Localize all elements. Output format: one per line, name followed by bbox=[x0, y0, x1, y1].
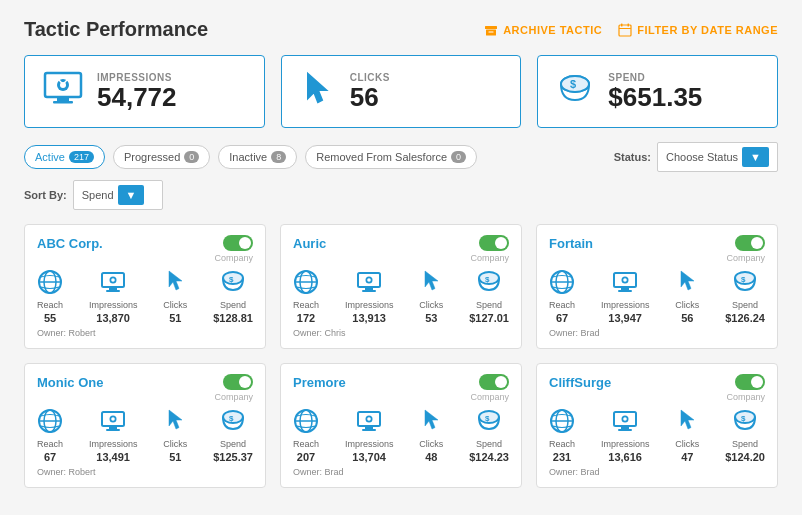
company-toggle[interactable] bbox=[735, 235, 765, 251]
header-actions: ARCHIVE TACTIC FILTER BY DATE RANGE bbox=[484, 23, 778, 37]
archive-label: ARCHIVE TACTIC bbox=[503, 24, 602, 36]
company-type: Company bbox=[549, 253, 765, 263]
clicks-metric: Clicks 53 bbox=[419, 269, 443, 324]
archive-icon bbox=[484, 23, 498, 37]
sortby-dropdown-btn[interactable]: ▼ bbox=[118, 185, 145, 205]
reach-metric: Reach 55 bbox=[37, 269, 63, 324]
company-toggle[interactable] bbox=[479, 235, 509, 251]
reach-value: 55 bbox=[44, 312, 56, 324]
svg-rect-70 bbox=[618, 429, 632, 431]
company-name[interactable]: CliffSurge bbox=[549, 375, 611, 390]
sortby-select[interactable]: Spend ▼ bbox=[73, 180, 163, 210]
svg-rect-0 bbox=[485, 26, 497, 29]
company-name[interactable]: ABC Corp. bbox=[37, 236, 103, 251]
svg-text:$: $ bbox=[570, 78, 576, 90]
page-title: Tactic Performance bbox=[24, 18, 208, 41]
company-metrics-row: Reach 55 Impressions 13,870 bbox=[37, 269, 253, 324]
reach-value: 67 bbox=[44, 451, 56, 463]
clicks-label: Clicks bbox=[675, 300, 699, 310]
spend-value: $651.35 bbox=[608, 83, 702, 112]
reach-icon bbox=[293, 408, 319, 437]
company-toggle[interactable] bbox=[223, 235, 253, 251]
company-card-header: Fortain bbox=[549, 235, 765, 251]
svg-text:$: $ bbox=[229, 414, 234, 423]
svg-rect-30 bbox=[362, 290, 376, 292]
clicks-metric: Clicks 48 bbox=[419, 408, 443, 463]
impressions-value: 13,913 bbox=[352, 312, 386, 324]
company-metrics-row: Reach 207 Impressions 13,704 bbox=[293, 408, 509, 463]
svg-rect-50 bbox=[106, 429, 120, 431]
company-toggle[interactable] bbox=[479, 374, 509, 390]
reach-metric: Reach 67 bbox=[549, 269, 575, 324]
status-dropdown-btn[interactable]: ▼ bbox=[742, 147, 769, 167]
impressions-label: Impressions bbox=[89, 439, 138, 449]
reach-value: 207 bbox=[297, 451, 315, 463]
company-name[interactable]: Auric bbox=[293, 236, 326, 251]
company-name[interactable]: Fortain bbox=[549, 236, 593, 251]
filter-bar: Active 217 Progressed 0 Inactive 8 Remov… bbox=[24, 142, 778, 210]
svg-rect-59 bbox=[365, 426, 373, 429]
spend-info: SPEND $651.35 bbox=[608, 72, 702, 112]
company-card-abc-corp: ABC Corp. Company Reach 55 bbox=[24, 224, 266, 349]
impressions-icon bbox=[100, 269, 126, 298]
company-card-header: ABC Corp. bbox=[37, 235, 253, 251]
reach-label: Reach bbox=[37, 439, 63, 449]
tab-active[interactable]: Active 217 bbox=[24, 145, 105, 169]
spend-value: $124.23 bbox=[469, 451, 509, 463]
impressions-metric: Impressions 13,870 bbox=[89, 269, 138, 324]
svg-rect-39 bbox=[621, 287, 629, 290]
spend-metric: $ Spend $127.01 bbox=[469, 269, 509, 324]
reach-label: Reach bbox=[549, 300, 575, 310]
reach-icon bbox=[293, 269, 319, 298]
svg-point-22 bbox=[111, 278, 115, 282]
svg-point-52 bbox=[111, 417, 115, 421]
tab-removed[interactable]: Removed From Salesforce 0 bbox=[305, 145, 477, 169]
clicks-icon bbox=[420, 408, 442, 437]
status-filter-group: Status: Choose Status ▼ bbox=[614, 142, 778, 172]
filter-date-label: FILTER BY DATE RANGE bbox=[637, 24, 778, 36]
company-card-header: Premore bbox=[293, 374, 509, 390]
impressions-icon bbox=[100, 408, 126, 437]
page-header: Tactic Performance ARCHIVE TACTIC FILTER… bbox=[24, 18, 778, 41]
status-label: Status: bbox=[614, 151, 651, 163]
reach-metric: Reach 67 bbox=[37, 408, 63, 463]
company-name[interactable]: Monic One bbox=[37, 375, 103, 390]
clicks-icon bbox=[676, 408, 698, 437]
company-card-header: Auric bbox=[293, 235, 509, 251]
spend-value: $126.24 bbox=[725, 312, 765, 324]
filter-date-button[interactable]: FILTER BY DATE RANGE bbox=[618, 23, 778, 37]
impressions-metric: Impressions 13,913 bbox=[345, 269, 394, 324]
spend-value: $125.37 bbox=[213, 451, 253, 463]
status-select[interactable]: Choose Status ▼ bbox=[657, 142, 778, 172]
coin-icon: $ bbox=[556, 70, 594, 113]
archive-tactic-button[interactable]: ARCHIVE TACTIC bbox=[484, 23, 602, 37]
company-card-fortain: Fortain Company Reach 67 bbox=[536, 224, 778, 349]
svg-rect-6 bbox=[619, 28, 631, 29]
company-type: Company bbox=[293, 253, 509, 263]
company-card-header: CliffSurge bbox=[549, 374, 765, 390]
owner-text: Owner: Brad bbox=[549, 328, 765, 338]
reach-value: 67 bbox=[556, 312, 568, 324]
impressions-label: Impressions bbox=[345, 439, 394, 449]
impressions-info: IMPRESSIONS 54,772 bbox=[97, 72, 177, 112]
svg-text:$: $ bbox=[741, 414, 746, 423]
owner-text: Owner: Brad bbox=[549, 467, 765, 477]
clicks-icon bbox=[420, 269, 442, 298]
sortby-label: Sort By: bbox=[24, 189, 67, 201]
spend-icon: $ bbox=[476, 269, 502, 298]
svg-rect-9 bbox=[53, 101, 73, 104]
svg-point-42 bbox=[623, 278, 627, 282]
spend-icon: $ bbox=[732, 408, 758, 437]
reach-label: Reach bbox=[293, 439, 319, 449]
company-type: Company bbox=[549, 392, 765, 402]
tab-progressed[interactable]: Progressed 0 bbox=[113, 145, 210, 169]
company-toggle[interactable] bbox=[735, 374, 765, 390]
clicks-label: Clicks bbox=[419, 439, 443, 449]
spend-card: $ SPEND $651.35 bbox=[537, 55, 778, 128]
sortby-filter-group: Sort By: Spend ▼ bbox=[24, 180, 163, 210]
company-toggle[interactable] bbox=[223, 374, 253, 390]
impressions-label: Impressions bbox=[601, 439, 650, 449]
company-name[interactable]: Premore bbox=[293, 375, 346, 390]
tab-inactive[interactable]: Inactive 8 bbox=[218, 145, 297, 169]
monitor-icon bbox=[43, 71, 83, 112]
